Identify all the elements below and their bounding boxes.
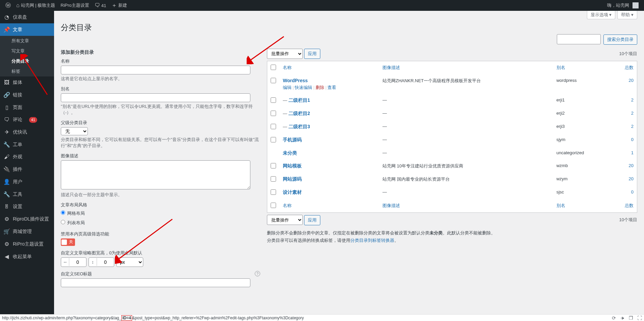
name-input[interactable] bbox=[61, 66, 250, 74]
count-link[interactable]: 20 bbox=[629, 163, 634, 168]
col-slug-footer[interactable]: 别名 bbox=[553, 199, 610, 212]
menu-collapse[interactable]: ◀收起菜单 bbox=[0, 250, 54, 263]
menu-riprodl[interactable]: ⚙RiproDL插件设置 bbox=[0, 213, 54, 225]
col-imgdesc-header[interactable]: 图像描述 bbox=[379, 61, 553, 74]
layout-list-radio[interactable] bbox=[61, 220, 65, 224]
menu-shop[interactable]: 🛒商城管理 bbox=[0, 225, 54, 238]
menu-users[interactable]: 👤用户 bbox=[0, 176, 54, 188]
col-name-footer[interactable]: 名称 bbox=[279, 199, 379, 212]
row-checkbox[interactable] bbox=[271, 189, 276, 195]
bulk-apply-bottom[interactable]: 应用 bbox=[304, 215, 320, 225]
search-box: 搜索分类目录 bbox=[557, 34, 637, 45]
category-name-link[interactable]: WordPress bbox=[283, 78, 308, 83]
count-link[interactable]: 2 bbox=[631, 111, 634, 116]
collapse-icon: ◀ bbox=[3, 253, 10, 260]
my-account[interactable]: 嗨，站壳网 bbox=[604, 0, 641, 11]
row-checkbox[interactable] bbox=[271, 176, 276, 182]
layout-list-option[interactable]: 列表布局 bbox=[61, 219, 260, 227]
category-name-link[interactable]: 二级栏目2 bbox=[289, 111, 310, 116]
table-column: 批量操作 应用 10个项目 名称 图像描述 别名 总数 bbox=[267, 47, 637, 291]
seo-title-input[interactable] bbox=[61, 278, 250, 287]
new-content[interactable]: ＋新建 bbox=[109, 0, 130, 11]
row-checkbox[interactable] bbox=[271, 137, 276, 142]
row-checkbox[interactable] bbox=[271, 163, 276, 168]
action-view[interactable]: 查看 bbox=[327, 85, 336, 90]
menu-shop-label: 商城管理 bbox=[13, 229, 32, 235]
bulk-action-select-bottom[interactable]: 批量操作 bbox=[267, 215, 303, 225]
menu-dashboard[interactable]: ◔仪表盘 bbox=[0, 11, 54, 23]
category-name-link[interactable]: 手机源码 bbox=[283, 137, 302, 142]
slug-label: 别名 bbox=[61, 86, 260, 92]
sub-new-post[interactable]: 写文章 bbox=[0, 46, 54, 56]
category-name-link[interactable]: 设计素材 bbox=[283, 189, 302, 195]
category-name-link[interactable]: 二级栏目1 bbox=[289, 97, 310, 103]
cell-slug: erji1 bbox=[553, 94, 610, 107]
col-count-footer[interactable]: 总数 bbox=[610, 199, 637, 212]
converter-link[interactable]: 分类目录到标签转换器 bbox=[350, 238, 394, 243]
sub-categories[interactable]: 分类目录 bbox=[0, 56, 54, 66]
row-checkbox[interactable] bbox=[271, 124, 276, 129]
bulk-action-select-top[interactable]: 批量操作 bbox=[267, 49, 303, 59]
menu-links[interactable]: 🔗链接 bbox=[0, 89, 54, 101]
slug-input[interactable] bbox=[61, 93, 250, 102]
count-link[interactable]: 2 bbox=[631, 124, 634, 129]
cell-imgdesc: 站壳网 国内最专业的站长资源平台 bbox=[379, 173, 553, 186]
sub-tags[interactable]: 标签 bbox=[0, 66, 54, 76]
menu-news[interactable]: ✈优快讯 bbox=[0, 126, 54, 138]
layout-grid-option[interactable]: 网格布局 bbox=[61, 209, 260, 217]
search-input[interactable] bbox=[557, 34, 601, 44]
layout-grid-radio[interactable] bbox=[61, 210, 65, 215]
count-link[interactable]: 1 bbox=[631, 150, 634, 155]
help-toggle[interactable]: 帮助 bbox=[617, 11, 637, 19]
category-name-link[interactable]: 网站模板 bbox=[283, 163, 302, 168]
thumb-width-input[interactable] bbox=[69, 258, 86, 266]
col-name-header[interactable]: 名称 bbox=[279, 61, 379, 74]
site-name[interactable]: ⌂站壳网 | 极致主题 bbox=[14, 0, 58, 11]
menu-tools[interactable]: 🔧工具 bbox=[0, 188, 54, 201]
row-checkbox[interactable] bbox=[271, 78, 276, 83]
disable-filter-switch[interactable]: 关 bbox=[61, 238, 75, 246]
thumb-unit-select[interactable]: px bbox=[116, 257, 143, 267]
imgdesc-textarea[interactable] bbox=[61, 160, 250, 189]
search-button[interactable]: 搜索分类目录 bbox=[603, 35, 637, 45]
col-count-header[interactable]: 总数 bbox=[610, 61, 637, 74]
action-delete[interactable]: 删除 bbox=[316, 85, 324, 90]
parent-select[interactable]: 无 bbox=[61, 127, 88, 135]
thumb-height-input[interactable] bbox=[97, 258, 114, 266]
count-link[interactable]: 0 bbox=[631, 189, 634, 194]
category-name-link[interactable]: 未分类 bbox=[283, 150, 297, 156]
menu-plugins[interactable]: 🔌插件 bbox=[0, 163, 54, 176]
sub-all-posts[interactable]: 所有文章 bbox=[0, 36, 54, 46]
menu-settings[interactable]: 🎚设置 bbox=[0, 201, 54, 213]
bulk-apply-top[interactable]: 应用 bbox=[304, 49, 320, 59]
action-quick-edit[interactable]: 快速编辑 bbox=[295, 85, 312, 90]
action-edit[interactable]: 编辑 bbox=[283, 85, 292, 90]
menu-comments[interactable]: 🗨评论 41 bbox=[0, 114, 54, 126]
select-all-top[interactable] bbox=[271, 65, 276, 70]
comments-count: 41 bbox=[101, 3, 106, 8]
menu-posts[interactable]: 📌文章 bbox=[0, 23, 54, 36]
ripro-link[interactable]: RiPro主题设置 bbox=[58, 0, 92, 11]
category-name-link[interactable]: 网站源码 bbox=[283, 176, 302, 182]
menu-ripro-theme[interactable]: ⚙RiPro主题设置 bbox=[0, 238, 54, 250]
count-link[interactable]: 20 bbox=[629, 176, 634, 181]
menu-pages[interactable]: ▯页面 bbox=[0, 101, 54, 114]
menu-media[interactable]: 🖾媒体 bbox=[0, 76, 54, 89]
help-icon[interactable]: ? bbox=[255, 271, 260, 276]
col-slug-header[interactable]: 别名 bbox=[553, 61, 610, 74]
howdy-label: 嗨，站壳网 bbox=[607, 2, 629, 8]
screen-options-toggle[interactable]: 显示选项 bbox=[587, 11, 616, 19]
row-checkbox[interactable] bbox=[271, 111, 276, 116]
category-name-link[interactable]: 二级栏目3 bbox=[289, 124, 310, 129]
cell-slug: erji2 bbox=[553, 107, 610, 120]
menu-appearance[interactable]: 🖌外观 bbox=[0, 151, 54, 163]
menu-tickets[interactable]: 🔧工单 bbox=[0, 138, 54, 151]
count-link[interactable]: 0 bbox=[631, 137, 634, 142]
comments-link[interactable]: 🗨41 bbox=[92, 0, 109, 11]
count-link[interactable]: 2 bbox=[631, 97, 634, 102]
select-all-bottom[interactable] bbox=[271, 203, 276, 208]
count-link[interactable]: 20 bbox=[629, 78, 634, 83]
wp-logo[interactable]: ⓦ bbox=[3, 0, 14, 11]
col-imgdesc-footer[interactable]: 图像描述 bbox=[379, 199, 553, 212]
row-checkbox[interactable] bbox=[271, 97, 276, 103]
